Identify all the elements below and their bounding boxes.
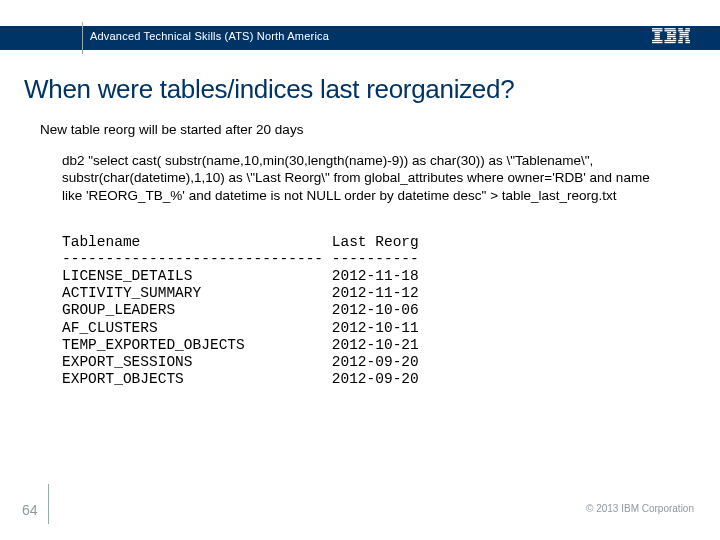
svg-rect-9 [664,30,676,31]
svg-rect-11 [673,32,676,33]
svg-rect-2 [655,32,660,33]
page-title: When were tables/indices last reorganize… [24,74,514,105]
header-org-text: Advanced Technical Skills (ATS) North Am… [90,30,329,42]
svg-rect-29 [685,38,688,39]
svg-rect-33 [685,42,690,43]
svg-rect-5 [655,38,660,39]
svg-rect-17 [664,42,675,43]
svg-rect-4 [655,36,660,37]
svg-rect-20 [678,30,683,31]
svg-rect-31 [685,40,690,41]
svg-rect-14 [667,38,671,39]
copyright-text: © 2013 IBM Corporation [586,503,694,514]
svg-rect-3 [655,34,660,35]
svg-rect-28 [680,38,683,39]
page-number: 64 [22,502,38,518]
slide: Advanced Technical Skills (ATS) North Am… [0,0,720,540]
svg-rect-0 [652,28,662,29]
svg-rect-10 [667,32,671,33]
svg-rect-19 [685,28,690,29]
svg-rect-12 [667,34,676,35]
svg-rect-1 [652,30,662,31]
subtitle-text: New table reorg will be started after 20… [40,122,303,137]
svg-rect-22 [680,32,685,33]
svg-rect-13 [667,36,676,37]
svg-rect-15 [673,38,676,39]
header-separator [82,22,83,54]
svg-rect-26 [683,36,684,37]
footer-separator [48,484,49,524]
svg-rect-23 [684,32,689,33]
output-table: Tablename Last Reorg -------------------… [62,234,419,388]
svg-rect-21 [685,30,690,31]
svg-rect-7 [652,42,662,43]
sql-command: db2 "select cast( substr(name,10,min(30,… [62,152,652,204]
svg-rect-16 [664,40,676,41]
svg-rect-32 [678,42,683,43]
svg-rect-24 [680,34,689,35]
svg-rect-25 [680,36,683,37]
svg-rect-18 [678,28,683,29]
svg-rect-27 [685,36,688,37]
svg-rect-30 [678,40,683,41]
svg-rect-6 [652,40,662,41]
ibm-logo-icon [652,28,690,44]
svg-rect-8 [664,28,675,29]
